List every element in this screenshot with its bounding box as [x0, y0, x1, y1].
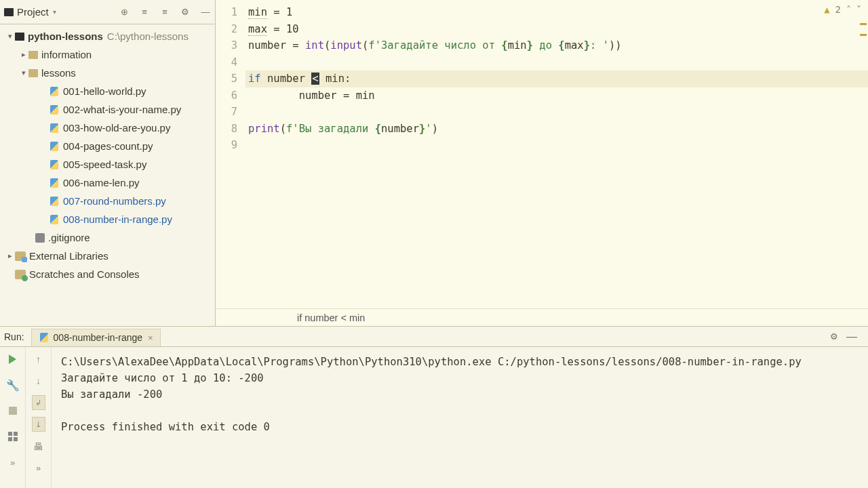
scroll-end-icon: ⤓ — [32, 417, 45, 432]
folder-icon — [28, 69, 38, 77]
python-file-icon — [39, 332, 50, 343]
line-gutter: 123456789 — [216, 0, 245, 308]
folder-label: lessons — [41, 67, 76, 79]
tree-file[interactable]: 008-number-in-range.py — [0, 210, 215, 228]
print-button[interactable]: 🖶 — [32, 439, 45, 453]
python-file-icon — [49, 159, 60, 170]
console-output[interactable]: C:\Users\AlexaDee\AppData\Local\Programs… — [52, 347, 868, 488]
scroll-up-button[interactable]: ↑ — [32, 352, 45, 366]
gear-icon[interactable]: ⚙ — [180, 7, 191, 18]
external-libraries[interactable]: ▸ External Libraries — [0, 247, 215, 265]
project-title[interactable]: Project — [17, 6, 49, 18]
chevron-right-icon[interactable]: ▸ — [19, 50, 28, 59]
minimize-icon[interactable]: — — [846, 331, 857, 343]
console-line: Вы загадали -200 — [61, 386, 859, 403]
run-header: Run: 008-number-in-range × ⚙ — — [0, 327, 868, 347]
expand-all-icon[interactable]: ≡ — [139, 7, 150, 18]
root-name: python-lessons — [28, 30, 103, 42]
python-file-icon — [49, 178, 60, 188]
tree-file[interactable]: 002-what-is-your-name.py — [0, 100, 215, 119]
prev-highlight-icon[interactable]: ˄ — [846, 4, 851, 15]
collapse-all-icon[interactable]: ≡ — [159, 7, 170, 18]
tree-root[interactable]: ▾ python-lessons C:\python-lessons — [0, 27, 215, 45]
scratch-icon — [15, 270, 26, 279]
project-sidebar: Project ▾ ⊕ ≡ ≡ ⚙ — ▾ python-lessons C:\… — [0, 0, 216, 326]
run-button[interactable] — [6, 352, 20, 366]
console-exit: Process finished with exit code 0 — [61, 419, 859, 435]
chevron-down-icon[interactable]: ▾ — [5, 32, 15, 41]
console-line: C:\Users\AlexaDee\AppData\Local\Programs… — [61, 354, 859, 370]
python-file-icon — [49, 214, 60, 225]
run-toolbar-secondary: ↑ ↓ ↲ ⤓ 🖶 » — [26, 347, 52, 488]
more-button[interactable]: » — [6, 455, 20, 469]
tree-file[interactable]: 006-name-len.py — [0, 174, 215, 192]
stop-icon — [9, 407, 17, 415]
folder-label: information — [41, 49, 92, 60]
python-file-icon — [49, 123, 60, 134]
code-lines[interactable]: min = 1 max = 10 number = int(input(f'За… — [245, 0, 868, 308]
tree-folder[interactable]: ▸ information — [0, 45, 215, 64]
sidebar-header: Project ▾ ⊕ ≡ ≡ ⚙ — — [0, 0, 215, 24]
debug-button[interactable]: 🔧 — [6, 378, 20, 392]
more-button[interactable]: » — [32, 461, 45, 474]
gitignore-icon — [35, 233, 45, 243]
minimize-icon[interactable]: — — [200, 7, 211, 18]
wrap-icon: ↲ — [32, 395, 45, 410]
code-area[interactable]: 123456789 min = 1 max = 10 number = int(… — [216, 0, 868, 308]
scroll-marker[interactable] — [860, 34, 867, 36]
console-line: Загадайте число от 1 до 10: -200 — [61, 370, 859, 386]
tree-file[interactable]: 005-speed-task.py — [0, 155, 215, 174]
python-file-icon — [49, 86, 60, 97]
soft-wrap-button[interactable]: ↲ — [32, 396, 45, 409]
code-editor: 123456789 min = 1 max = 10 number = int(… — [216, 0, 868, 326]
run-toolbar-primary: 🔧 » — [0, 347, 26, 488]
scroll-down-button[interactable]: ↓ — [32, 374, 45, 388]
tree-file[interactable]: 007-round-numbers.py — [0, 192, 215, 210]
scratches-consoles[interactable]: ▸ Scratches and Consoles — [0, 265, 215, 283]
scroll-to-end-button[interactable]: ⤓ — [32, 418, 45, 431]
stop-button[interactable] — [6, 404, 20, 418]
tree-file[interactable]: 003-how-old-are-you.py — [0, 119, 215, 137]
layout-icon — [8, 432, 18, 441]
python-file-icon — [49, 104, 60, 115]
warning-count: 2 — [835, 4, 841, 15]
tree-file[interactable]: 004-pages-count.py — [0, 137, 215, 155]
root-path: C:\python-lessons — [107, 30, 189, 42]
breadcrumb-item[interactable]: if number < min — [297, 312, 365, 323]
chevron-right-icon[interactable]: ▸ — [5, 251, 15, 260]
python-file-icon — [49, 196, 60, 207]
run-tab-label: 008-number-in-range — [54, 332, 143, 343]
play-icon — [9, 354, 16, 364]
inspection-widget[interactable]: ▲ 2 ˄ ˅ — [824, 4, 861, 15]
locate-icon[interactable]: ⊕ — [119, 7, 130, 18]
breadcrumb-bar[interactable]: if number < min — [216, 308, 868, 326]
project-icon — [4, 8, 14, 16]
run-title: Run: — [4, 331, 24, 342]
python-file-icon — [49, 141, 60, 152]
project-tree: ▾ python-lessons C:\python-lessons ▸ inf… — [0, 24, 215, 326]
chevron-down-icon[interactable]: ▾ — [53, 8, 56, 16]
gear-icon[interactable]: ⚙ — [830, 331, 838, 342]
run-tool-window: Run: 008-number-in-range × ⚙ — 🔧 » ↑ ↓ ↲… — [0, 327, 868, 488]
scroll-marker[interactable] — [860, 23, 867, 25]
warning-icon: ▲ — [824, 4, 829, 15]
tree-folder[interactable]: ▾ lessons — [0, 64, 215, 82]
text-cursor: < — [311, 73, 319, 85]
folder-icon — [15, 33, 24, 41]
tree-file[interactable]: 001-hello-world.py — [0, 82, 215, 100]
run-tab[interactable]: 008-number-in-range × — [31, 329, 161, 346]
close-icon[interactable]: × — [148, 333, 153, 343]
tree-file-gitignore[interactable]: .gitignore — [0, 228, 215, 247]
folder-icon — [28, 51, 38, 59]
next-highlight-icon[interactable]: ˅ — [856, 4, 861, 15]
library-icon — [15, 251, 26, 261]
chevron-down-icon[interactable]: ▾ — [19, 68, 28, 77]
layout-button[interactable] — [6, 430, 20, 443]
